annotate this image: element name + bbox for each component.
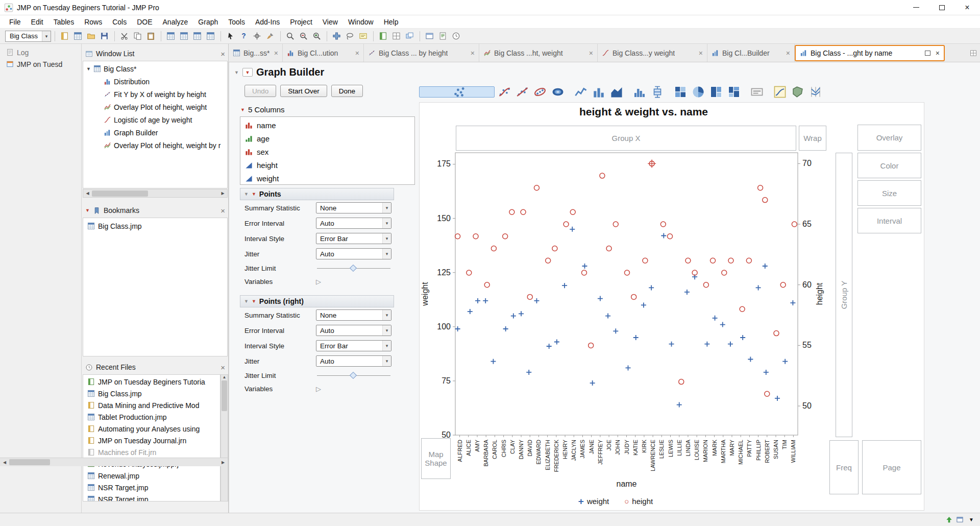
tab-1[interactable]: Big...ss*×: [229, 44, 283, 62]
element-line-of-fit-icon[interactable]: [514, 84, 530, 100]
element-points-icon[interactable]: [419, 86, 495, 98]
slider-thumb[interactable]: [350, 371, 357, 378]
toolbar-copy-icon[interactable]: [132, 30, 144, 42]
recent-file-item[interactable]: NSR Target.jmp: [83, 482, 220, 493]
legend-item-weight[interactable]: +weight: [578, 497, 609, 506]
tree-item-big-class[interactable]: ▼Big Class*: [83, 62, 227, 75]
menu-project[interactable]: Project: [285, 15, 317, 28]
toolbar-magnifier-icon[interactable]: [284, 30, 297, 42]
chevron-down-icon[interactable]: ▾: [42, 31, 51, 41]
arrow-up-green-icon[interactable]: [945, 516, 953, 523]
menu-edit[interactable]: Edit: [26, 15, 48, 28]
toolbar-selection-icon[interactable]: [331, 30, 343, 42]
disclosure-icon[interactable]: ▼: [244, 192, 249, 197]
red-triangle-icon[interactable]: ▼: [252, 299, 256, 304]
scroll-up-icon[interactable]: ▲: [223, 375, 227, 379]
toolbar-help-icon[interactable]: ?: [238, 30, 250, 42]
element-parallel-icon[interactable]: [807, 84, 824, 100]
points-right-panel-header[interactable]: ▼▼Points (right): [240, 295, 394, 307]
menu-add-ins[interactable]: Add-Ins: [250, 15, 285, 28]
drop-zone-size[interactable]: Size: [857, 180, 921, 206]
close-button[interactable]: ×: [954, 0, 980, 15]
chevron-down-icon[interactable]: ▾: [382, 325, 391, 336]
element-bar-icon[interactable]: [591, 84, 607, 100]
toolbar-data-table-icon[interactable]: [205, 30, 217, 42]
tree-item-fit-y-by-x-of-weight-by-height[interactable]: Fit Y by X of weight by height: [83, 88, 227, 101]
close-icon[interactable]: ×: [220, 206, 225, 215]
tab-6[interactable]: Big Cl...Builder×: [707, 44, 795, 62]
menu-cols[interactable]: Cols: [107, 15, 132, 28]
menu-tables[interactable]: Tables: [48, 15, 79, 28]
maximize-button[interactable]: [929, 0, 954, 15]
tab-5[interactable]: Big Class...y weight×: [598, 44, 707, 62]
element-smoother-icon[interactable]: [496, 84, 512, 100]
tab-close-icon[interactable]: ×: [936, 49, 940, 57]
drop-zone-overlay[interactable]: Overlay: [857, 125, 921, 151]
drop-zone-group-y[interactable]: Group Y: [836, 153, 852, 437]
scroll-left-icon[interactable]: ◀: [0, 460, 9, 465]
tree-item-overlay-plot-of-height-weight[interactable]: Overlay Plot of height, weight: [83, 101, 227, 113]
scroll-left-icon[interactable]: ◀: [83, 191, 92, 196]
element-box-plot-icon[interactable]: [649, 84, 666, 100]
disclosure-right-icon[interactable]: ▷: [316, 385, 321, 393]
close-icon[interactable]: ×: [220, 363, 225, 372]
tab-3[interactable]: Big Class ... by height×: [364, 44, 479, 62]
disclosure-icon[interactable]: ▼: [234, 70, 239, 75]
window-icon[interactable]: [956, 516, 964, 523]
tab-4[interactable]: Big Class ...ht, weight×: [479, 44, 598, 62]
tab-list-button[interactable]: [967, 44, 980, 62]
chevron-down-icon[interactable]: ▾: [382, 203, 391, 213]
toolbar-zoom-out-icon[interactable]: [298, 30, 310, 42]
recent-file-item[interactable]: JMP on Tuesday Journal.jrn: [83, 435, 220, 446]
scroll-right-icon[interactable]: ▶: [218, 191, 227, 196]
toolbar-save-icon[interactable]: [99, 30, 111, 42]
toolbar-journal-green-icon[interactable]: [377, 30, 389, 42]
drop-zone-group-x[interactable]: Group X: [456, 126, 796, 151]
drop-zone-wrap[interactable]: Wrap: [799, 126, 826, 151]
element-ellipse-icon[interactable]: [532, 84, 548, 100]
chevron-down-icon[interactable]: ▾: [382, 310, 391, 320]
toolbar-lasso-icon[interactable]: [344, 30, 356, 42]
menu-file[interactable]: File: [4, 15, 26, 28]
recent-file-item[interactable]: NSR Target.jmp: [83, 493, 220, 501]
toolbar-layout-icon[interactable]: [390, 30, 403, 42]
menu-view[interactable]: View: [317, 15, 343, 28]
tree-item-overlay-plot-of-height-weight-by-r[interactable]: Overlay Plot of height, weight by r: [83, 139, 227, 152]
column-height[interactable]: height: [240, 158, 414, 172]
tab-close-icon[interactable]: ×: [786, 49, 790, 57]
error-interval-select[interactable]: Auto▾: [316, 218, 391, 229]
jitter-limit-slider[interactable]: [316, 265, 391, 272]
recent-file-item[interactable]: Machines of Fit.jrn: [83, 446, 220, 458]
points-panel-header[interactable]: ▼▼Points: [240, 188, 394, 200]
window-list-hscrollbar[interactable]: ◀ ▶: [83, 189, 228, 198]
chevron-down-icon[interactable]: ▾: [382, 249, 391, 259]
tree-item-graph-builder[interactable]: Graph Builder: [83, 126, 227, 139]
tab-close-icon[interactable]: ×: [589, 49, 593, 57]
toolbar-annotate-icon[interactable]: [357, 30, 370, 42]
recent-files-vscrollbar[interactable]: ▲: [220, 374, 228, 501]
toolbar-data-table-icon[interactable]: [178, 30, 190, 42]
minimize-button[interactable]: [903, 0, 929, 15]
scroll-right-icon[interactable]: ▶: [218, 460, 228, 465]
chevron-down-icon[interactable]: ▼: [967, 517, 976, 522]
recent-file-item[interactable]: Big Class.jmp: [83, 388, 220, 399]
element-area-icon[interactable]: [608, 84, 625, 100]
menu-tools[interactable]: Tools: [223, 15, 250, 28]
tab-close-icon[interactable]: ×: [699, 49, 703, 57]
toolbar-new-window-icon[interactable]: [424, 30, 436, 42]
summary-statistic-select[interactable]: None▾: [316, 202, 391, 213]
drop-zone-color[interactable]: Color: [857, 153, 921, 178]
disclosure-right-icon[interactable]: ▷: [316, 278, 321, 285]
tab-close-icon[interactable]: ×: [355, 49, 359, 57]
menu-doe[interactable]: DOE: [132, 15, 157, 28]
recent-file-item[interactable]: Renewal.jmp: [83, 470, 220, 482]
menu-graph[interactable]: Graph: [193, 15, 223, 28]
scroll-thumb[interactable]: [9, 459, 50, 465]
dock-hscrollbar[interactable]: ◀ ▶: [0, 458, 228, 466]
slider-thumb[interactable]: [350, 264, 357, 271]
toolbar-clock-icon[interactable]: [450, 30, 462, 42]
menu-help[interactable]: Help: [379, 15, 404, 28]
column-weight[interactable]: weight: [240, 172, 414, 185]
tree-item-distribution[interactable]: Distribution: [83, 75, 227, 88]
toolbar-paste-icon[interactable]: [145, 30, 157, 42]
